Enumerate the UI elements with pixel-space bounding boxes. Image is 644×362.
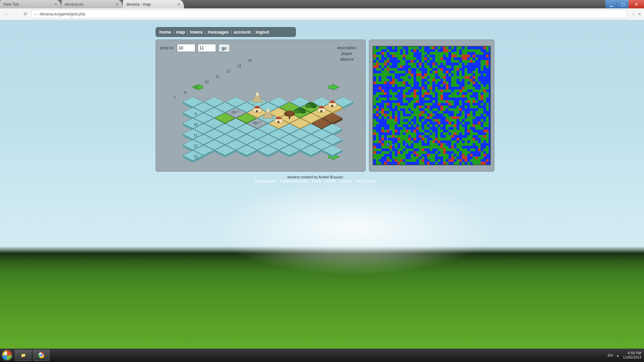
axis-label: 12 xyxy=(226,69,230,73)
tab-title: devana - map xyxy=(126,2,151,7)
taskbar-explorer[interactable]: 📁 xyxy=(15,350,32,361)
window-close-button[interactable]: ✕ xyxy=(629,0,644,8)
map-tile[interactable] xyxy=(214,144,236,156)
tray-up-icon[interactable]: ▴ xyxy=(617,353,619,358)
system-tray[interactable]: EN ▴ 4:58 PM 11/05/2013 xyxy=(605,351,644,359)
axis-label: 9 xyxy=(195,112,197,116)
jump-label: jump to: xyxy=(160,46,174,50)
axis-label: 11 xyxy=(194,133,198,137)
info-player: player xyxy=(337,51,357,57)
svg-point-20 xyxy=(285,111,293,115)
close-icon[interactable]: × xyxy=(177,2,180,7)
nav-home[interactable]: home xyxy=(159,29,171,35)
footer-link[interactable]: combat simulator xyxy=(280,179,308,183)
map-panel: jump to: go description player alliance xyxy=(156,40,366,172)
browser-tab[interactable]: devana.eu × xyxy=(61,0,123,8)
svg-marker-17 xyxy=(255,92,259,96)
back-button[interactable]: ← xyxy=(3,11,10,17)
jump-x-input[interactable] xyxy=(177,44,195,52)
axis-label: 7 xyxy=(174,96,176,100)
axis-label: 14 xyxy=(248,58,252,62)
bookmark-star-icon[interactable]: ☆ xyxy=(632,12,636,16)
page-icon: ▭ xyxy=(34,12,38,16)
nav-map[interactable]: map xyxy=(176,29,185,35)
jump-y-input[interactable] xyxy=(198,44,216,52)
tab-title: devana.eu xyxy=(65,2,84,7)
tile-info: description player alliance xyxy=(337,45,357,62)
footer-link[interactable]: terms xyxy=(312,179,321,183)
svg-point-34 xyxy=(40,354,43,357)
axis-label: 10 xyxy=(194,122,198,126)
taskbar: 📁 EN ▴ 4:58 PM 11/05/2013 xyxy=(0,349,644,362)
tray-clock[interactable]: 4:58 PM 11/05/2013 xyxy=(623,351,641,359)
info-description: description xyxy=(337,45,357,51)
map-tile[interactable] xyxy=(322,144,343,156)
browser-toolbar: ← → ⟳ ▭ devana.eu/game/grid.php ☆ ≡ xyxy=(0,8,644,20)
address-bar[interactable]: ▭ devana.eu/game/grid.php xyxy=(32,10,627,18)
nav-towns[interactable]: towns xyxy=(190,29,203,35)
footer-credit: devana created by Andrei Busuioc xyxy=(188,175,443,179)
axis-label: 11 xyxy=(215,74,219,78)
start-button[interactable] xyxy=(0,349,14,362)
map-tile[interactable] xyxy=(279,144,300,156)
tab-title: New Tab xyxy=(3,2,19,7)
footer-link[interactable]: credits xyxy=(325,179,336,183)
reload-button[interactable]: ⟳ xyxy=(22,11,29,17)
browser-menu-icon[interactable]: ≡ xyxy=(638,12,641,16)
footer-link[interactable]: devanopedia xyxy=(255,179,276,183)
browser-tab-active[interactable]: devana - map × xyxy=(123,0,184,8)
iso-grid[interactable]: 1413121110987910111213 xyxy=(162,72,359,173)
axis-label: 13 xyxy=(194,155,198,159)
axis-label: 8 xyxy=(184,90,186,95)
clock-time: 4:58 PM xyxy=(628,351,641,355)
footer-link[interactable]: contact xyxy=(340,179,352,183)
clock-date: 11/05/2013 xyxy=(623,355,641,360)
map-tile[interactable] xyxy=(182,150,204,161)
close-icon[interactable]: × xyxy=(116,2,118,7)
window-minimize-button[interactable]: ▁ xyxy=(605,0,617,8)
window-maximize-button[interactable]: ▢ xyxy=(617,0,629,8)
map-tile[interactable] xyxy=(236,144,257,156)
browser-tabstrip: New Tab × devana.eu × devana - map × ▁ ▢… xyxy=(0,0,644,8)
axis-label: 10 xyxy=(205,80,209,84)
tray-lang[interactable]: EN xyxy=(608,353,613,357)
jump-to-form: jump to: go xyxy=(160,44,230,52)
axis-label: 13 xyxy=(237,64,241,68)
url-text: devana.eu/game/grid.php xyxy=(40,12,85,16)
jump-go-button[interactable]: go xyxy=(219,44,230,52)
close-icon[interactable]: × xyxy=(55,2,57,7)
footer-link[interactable]: admin panel xyxy=(356,179,376,183)
game-nav: home| map| towns| messages| account| log… xyxy=(156,27,296,37)
page-footer: devana created by Andrei Busuioc devanop… xyxy=(188,175,443,183)
browser-tab[interactable]: New Tab × xyxy=(0,0,61,8)
axis-label: 9 xyxy=(195,85,197,89)
minimap[interactable] xyxy=(373,46,491,165)
map-tile[interactable] xyxy=(257,144,279,156)
map-tile[interactable] xyxy=(300,144,322,156)
axis-label: 12 xyxy=(194,144,198,148)
nav-logout[interactable]: logout xyxy=(256,29,269,35)
nav-account[interactable]: account xyxy=(234,29,251,35)
windows-logo-icon xyxy=(2,350,12,360)
forward-button[interactable]: → xyxy=(13,11,19,17)
minimap-panel xyxy=(369,40,494,172)
taskbar-chrome[interactable] xyxy=(33,350,50,361)
info-alliance: alliance xyxy=(337,57,357,62)
nav-messages[interactable]: messages xyxy=(208,29,229,35)
